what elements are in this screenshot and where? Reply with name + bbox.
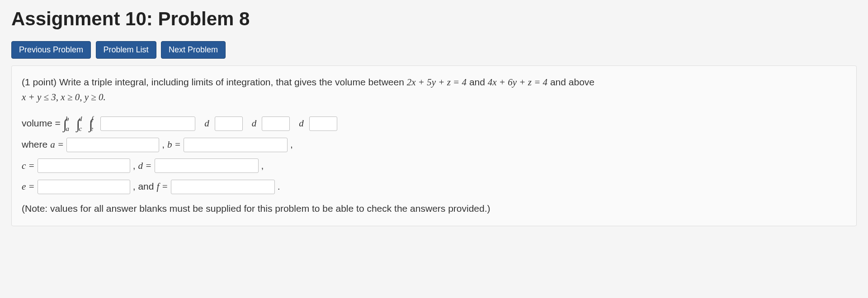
equation-2: 4x + 6y + z = 4: [488, 77, 547, 88]
c-input[interactable]: [38, 158, 130, 173]
d-label-2: d: [252, 116, 257, 131]
int3-upper: f: [91, 115, 93, 122]
e-equals-label: e =: [22, 179, 35, 194]
trailing-dot: .: [278, 179, 280, 194]
c-equals-label: c =: [22, 158, 35, 173]
next-problem-button[interactable]: Next Problem: [161, 41, 226, 59]
d-input[interactable]: [155, 158, 259, 173]
a-input[interactable]: [66, 138, 159, 152]
where-label: where: [22, 137, 47, 152]
int2-lower: c: [79, 125, 82, 132]
b-input[interactable]: [184, 138, 288, 152]
f-equals-label: f =: [156, 179, 168, 194]
dvar3-input[interactable]: [309, 116, 337, 131]
points-label: (1 point): [22, 77, 59, 87]
limits-row-ef: e = , and f = .: [22, 179, 846, 194]
prompt-and: and: [467, 77, 488, 87]
int1-upper: b: [66, 115, 69, 122]
d-label-3: d: [299, 116, 304, 131]
b-equals-label: b =: [167, 137, 181, 152]
int1-lower: a: [66, 125, 70, 132]
limits-row-ab: where a = , b = ,: [22, 137, 846, 152]
e-input[interactable]: [38, 180, 130, 194]
d-label-1: d: [204, 116, 209, 131]
problem-statement: (1 point) Write a triple integral, inclu…: [22, 75, 846, 104]
page-title: Assignment 10: Problem 8: [11, 8, 857, 30]
volume-row: volume = ∫ba ∫dc ∫fe d d d: [22, 116, 846, 131]
trailing-comma-2: ,: [261, 158, 264, 173]
f-input[interactable]: [171, 180, 275, 194]
dvar2-input[interactable]: [262, 116, 290, 131]
problem-container: (1 point) Write a triple integral, inclu…: [11, 65, 857, 226]
integrand-input[interactable]: [100, 116, 195, 131]
note-text: (Note: values for all answer blanks must…: [22, 201, 846, 216]
int3-lower: e: [90, 125, 93, 132]
equation-1: 2x + 5y + z = 4: [407, 77, 467, 88]
and-f-label: , and: [133, 179, 154, 194]
dvar1-input[interactable]: [215, 116, 243, 131]
a-equals-label: a =: [50, 137, 64, 152]
problem-list-button[interactable]: Problem List: [96, 41, 156, 59]
region-constraints: x + y ≤ 3, x ≥ 0, y ≥ 0.: [22, 92, 106, 102]
limits-row-cd: c = , d = ,: [22, 158, 846, 173]
d-equals-label: d =: [138, 158, 152, 173]
prompt-text-2: and above: [547, 77, 594, 87]
prompt-text-1: Write a triple integral, including limit…: [59, 77, 407, 87]
volume-label: volume =: [22, 116, 61, 131]
trailing-comma-1: ,: [290, 137, 293, 152]
nav-buttons-row: Previous Problem Problem List Next Probl…: [11, 41, 857, 59]
comma-ab: ,: [162, 137, 165, 152]
previous-problem-button[interactable]: Previous Problem: [11, 41, 91, 59]
comma-cd: ,: [133, 158, 136, 173]
triple-integral: ∫ba ∫dc ∫fe: [63, 116, 98, 131]
int2-upper: d: [79, 115, 82, 122]
